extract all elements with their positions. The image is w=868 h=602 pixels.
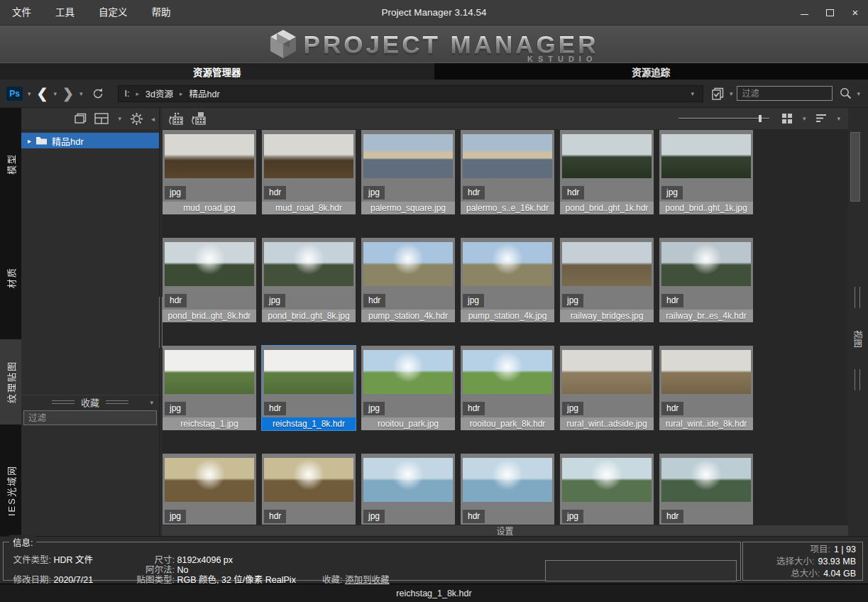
- sidebar-splitter[interactable]: [160, 108, 162, 536]
- photoshop-dropdown-caret[interactable]: ▾: [26, 90, 33, 97]
- asset-filename: rooitou_park.jpg: [361, 417, 455, 430]
- layout-icon[interactable]: [94, 112, 109, 125]
- photoshop-button[interactable]: Ps: [6, 86, 23, 102]
- asset-thumbnail: [661, 134, 751, 178]
- settings-panel-header[interactable]: 设置: [162, 525, 848, 536]
- favorites-filter-input[interactable]: [23, 410, 157, 425]
- collapse-sidebar-icon[interactable]: ◂: [151, 115, 155, 123]
- forward-dropdown-caret[interactable]: ▾: [77, 90, 85, 97]
- sort-dropdown-caret[interactable]: ▾: [835, 115, 842, 122]
- view-mode-grid-icon[interactable]: [781, 112, 793, 125]
- asset-thumbnail: [661, 242, 751, 286]
- search-icon[interactable]: [839, 87, 852, 100]
- rail-tab-2[interactable]: 材质: [0, 252, 21, 303]
- asset-thumbnail: [165, 134, 254, 178]
- back-dropdown-caret[interactable]: ▾: [52, 90, 60, 97]
- asset-tile[interactable]: hdrpond_brid..ght_8k.hdr: [163, 238, 256, 322]
- favorites-dropdown-caret[interactable]: ▾: [150, 399, 153, 406]
- thumbnail-size-slider[interactable]: [679, 114, 769, 124]
- rail-tab-3[interactable]: 纹理贴图: [0, 339, 21, 425]
- asset-tile[interactable]: hdrrural_wint..ide_8k.hdr: [659, 346, 753, 430]
- file-type-badge: jpg: [165, 510, 186, 523]
- file-type-badge: hdr: [463, 186, 485, 199]
- asset-tile[interactable]: jpgmud_road.jpg: [163, 130, 256, 214]
- asset-tile[interactable]: hdr: [461, 454, 554, 525]
- asset-tile[interactable]: jpgpond_brid..ght_8k.jpg: [262, 238, 356, 322]
- selected-files-icon[interactable]: [711, 87, 725, 101]
- breadcrumb-segment[interactable]: 3d资源: [145, 87, 173, 100]
- menu-item-customize[interactable]: 自定义: [87, 0, 140, 25]
- close-button[interactable]: ×: [842, 0, 868, 25]
- grid-scrollbar-thumb[interactable]: [850, 132, 860, 202]
- asset-thumbnail: [363, 242, 453, 286]
- file-type-badge: jpg: [562, 294, 583, 307]
- sort-icon[interactable]: [815, 113, 828, 124]
- asset-tile[interactable]: jpgrailway_bridges.jpg: [560, 238, 654, 322]
- forward-button[interactable]: ❯: [61, 87, 75, 100]
- asset-tile[interactable]: jpg: [560, 454, 654, 525]
- asset-tile[interactable]: jpg: [361, 454, 455, 525]
- file-type-badge: jpg: [165, 186, 186, 199]
- asset-tile[interactable]: hdrreichstag_1_8k.hdr: [262, 346, 356, 430]
- folder-tree-item[interactable]: ▸ 精品hdr: [21, 133, 159, 148]
- refresh-button[interactable]: [92, 87, 104, 100]
- asset-tile[interactable]: hdrpump_station_4k.hdr: [361, 238, 455, 322]
- content-area: ▾ ▾ jpgmud_road.jpghdrmud_road_8k.hdrjpg…: [162, 108, 848, 536]
- selected-files-dropdown-caret[interactable]: ▾: [727, 90, 735, 97]
- panel-grip-icon[interactable]: [855, 369, 860, 390]
- maximize-button[interactable]: [817, 0, 842, 25]
- asset-tile[interactable]: hdrrailway_br..es_4k.hdr: [659, 238, 753, 322]
- breadcrumb-segment[interactable]: I:: [125, 89, 130, 99]
- asset-tile[interactable]: jpgpalermo_square.jpg: [361, 130, 455, 214]
- slider-handle[interactable]: [759, 115, 762, 122]
- minimize-button[interactable]: [791, 0, 817, 25]
- folder-sidebar: ▾ ◂ ▸ 精品hdr 收藏 ▾: [21, 108, 160, 536]
- maximize-icon: [826, 9, 834, 16]
- asset-filename: railway_bridges.jpg: [560, 310, 654, 322]
- asset-tile[interactable]: hdr: [262, 454, 356, 525]
- asset-tile[interactable]: hdrmud_road_8k.hdr: [262, 130, 356, 214]
- asset-tile[interactable]: hdrpond_brid..ght_1k.hdr: [560, 130, 654, 214]
- layout-dropdown-caret[interactable]: ▾: [116, 115, 123, 122]
- add-to-favorites-link[interactable]: 添加到收藏: [345, 575, 390, 585]
- view-mode-dropdown-caret[interactable]: ▾: [801, 115, 808, 122]
- asset-thumbnail: [463, 242, 552, 286]
- asset-tile[interactable]: hdrrooitou_park_8k.hdr: [461, 346, 554, 430]
- search-dropdown-caret[interactable]: ▾: [855, 90, 862, 97]
- asset-tile[interactable]: hdr: [659, 454, 753, 525]
- menu-item-file[interactable]: 文件: [0, 0, 43, 25]
- file-type-badge: jpg: [463, 294, 484, 307]
- asset-filename: rooitou_park_8k.hdr: [461, 417, 554, 430]
- items-count-label: 项目:: [810, 544, 830, 555]
- settings-gear-icon[interactable]: [130, 112, 143, 126]
- rail-tab-1[interactable]: 模型: [0, 138, 21, 190]
- filter-input[interactable]: [737, 86, 833, 101]
- menu-item-help[interactable]: 帮助: [140, 0, 183, 25]
- show-subfolders-icon[interactable]: [73, 112, 87, 125]
- breadcrumb-bar[interactable]: I:▸3d资源▸精品hdr ▾: [118, 85, 703, 102]
- asset-tile[interactable]: jpgpump_station_4k.jpg: [461, 238, 554, 322]
- asset-tile[interactable]: jpgpond_brid..ght_1k.jpg: [659, 130, 753, 214]
- minimize-icon: [801, 14, 808, 15]
- asset-thumbnail: [463, 134, 552, 178]
- panel-grip-icon[interactable]: [855, 287, 860, 308]
- tab-asset-manager[interactable]: 资源管理器: [0, 63, 434, 80]
- expand-folder-icon[interactable]: ▸: [28, 137, 31, 145]
- asset-tile[interactable]: jpgreichstag_1.jpg: [163, 346, 256, 430]
- asset-tile[interactable]: hdrpalermo_s..e_16k.hdr: [461, 130, 554, 214]
- map-type-label: 贴图类型:: [99, 572, 175, 586]
- asset-tile[interactable]: jpg: [163, 454, 256, 525]
- asset-tile[interactable]: jpgrooitou_park.jpg: [361, 346, 455, 430]
- tab-asset-tracking[interactable]: 资源追踪: [434, 63, 868, 80]
- back-button[interactable]: ❮: [35, 87, 50, 100]
- create-proxies-icon[interactable]: [190, 111, 206, 126]
- rail-tab-4[interactable]: IES光域网: [0, 451, 21, 530]
- view-panel-tab[interactable]: 视图: [848, 315, 868, 363]
- create-previews-icon[interactable]: [167, 111, 183, 126]
- breadcrumb-segment[interactable]: 精品hdr: [189, 87, 220, 100]
- menu-item-tools[interactable]: 工具: [43, 0, 87, 25]
- asset-tile[interactable]: jpgrural_wint..adside.jpg: [560, 346, 654, 430]
- favorites-header[interactable]: 收藏 ▾: [21, 395, 159, 409]
- path-dropdown-caret[interactable]: ▾: [688, 90, 696, 97]
- window-title: Project Manager 3.14.54: [382, 7, 487, 18]
